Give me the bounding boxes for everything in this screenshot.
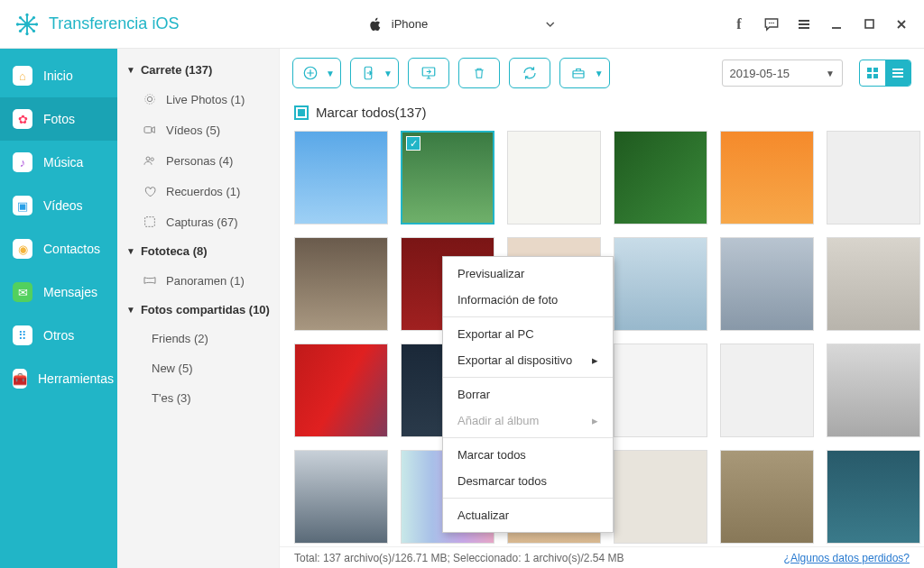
device-selector[interactable]: iPhone <box>356 14 568 35</box>
svg-rect-17 <box>865 20 873 28</box>
add-button[interactable]: ▼ <box>292 58 341 88</box>
sidebar-item-label: Mensajes <box>43 285 97 299</box>
refresh-icon <box>521 65 539 81</box>
photo-thumb[interactable] <box>507 131 601 224</box>
memories-icon <box>143 184 157 198</box>
ctx-export-pc[interactable]: Exportar al PC <box>443 321 613 347</box>
live-photos-icon <box>143 92 157 106</box>
photo-thumb[interactable] <box>827 450 920 544</box>
sidebar-item-herramientas[interactable]: 🧰 Herramientas <box>0 357 117 400</box>
tree-item-label: T'es (3) <box>152 391 191 405</box>
ctx-info[interactable]: Información de foto <box>443 287 613 313</box>
maximize-button[interactable] <box>861 16 877 32</box>
snowflake-icon <box>14 12 40 37</box>
tree-item-new[interactable]: New (5) <box>117 353 279 383</box>
photo-thumb[interactable] <box>294 237 388 331</box>
photo-thumb[interactable] <box>614 237 707 331</box>
tree-item-capturas[interactable]: Capturas (67) <box>117 206 279 237</box>
photo-thumb[interactable] <box>614 450 707 544</box>
tree-item-live-photos[interactable]: Live Photos (1) <box>117 84 279 115</box>
svg-point-18 <box>147 96 152 101</box>
svg-point-19 <box>145 95 155 105</box>
ctx-export-device[interactable]: Exportar al dispositivo▸ <box>443 347 613 373</box>
checkbox-indeterminate-icon[interactable] <box>294 105 309 120</box>
svg-point-8 <box>35 23 38 25</box>
ctx-preview[interactable]: Previsualizar <box>443 261 613 287</box>
svg-point-6 <box>25 32 28 34</box>
tree-item-videos[interactable]: Vídeos (5) <box>117 115 279 145</box>
photo-thumb[interactable] <box>827 344 920 437</box>
chevron-down-icon: ▼ <box>595 69 604 78</box>
photo-thumb[interactable] <box>720 344 814 437</box>
tree-item-label: Friends (2) <box>152 332 208 345</box>
list-view-button[interactable] <box>885 60 910 86</box>
separator <box>443 498 613 499</box>
sidebar-item-fotos[interactable]: ✿ Fotos <box>0 97 117 141</box>
sidebar-item-label: Herramientas <box>38 371 114 386</box>
menu-icon[interactable] <box>796 16 812 32</box>
svg-rect-31 <box>873 74 878 78</box>
ctx-mark-all[interactable]: Marcar todos <box>443 442 613 468</box>
feedback-icon[interactable] <box>763 16 780 32</box>
tree-item-tes[interactable]: T'es (3) <box>117 383 279 413</box>
svg-rect-23 <box>145 217 155 227</box>
tree-item-personas[interactable]: Personas (4) <box>117 145 279 176</box>
sidebar-item-videos[interactable]: ▣ Vídeos <box>0 184 117 227</box>
tree-item-panoramen[interactable]: Panoramen (1) <box>117 265 279 296</box>
others-icon: ⠿ <box>13 325 32 345</box>
tree-item-friends[interactable]: Friends (2) <box>117 324 279 353</box>
videos-icon: ▣ <box>13 196 32 215</box>
photo-thumb[interactable] <box>294 450 388 544</box>
photo-thumb[interactable] <box>827 131 920 224</box>
facebook-icon[interactable]: f <box>731 16 747 32</box>
sidebar-item-label: Otros <box>43 328 74 343</box>
tree-group-fototeca[interactable]: ▼ Fototeca (8) <box>117 237 279 265</box>
photo-thumb[interactable] <box>614 344 707 437</box>
checkbox-checked-icon[interactable]: ✓ <box>406 136 420 151</box>
sidebar-item-mensajes[interactable]: ✉ Mensajes <box>0 270 117 314</box>
photo-thumb[interactable] <box>720 450 814 544</box>
delete-button[interactable] <box>458 58 500 88</box>
tree-item-label: Capturas (67) <box>166 215 237 229</box>
sidebar-item-contactos[interactable]: ◉ Contactos <box>0 227 117 270</box>
sidebar-item-otros[interactable]: ⠿ Otros <box>0 314 117 357</box>
export-device-button[interactable]: ▼ <box>350 58 399 88</box>
photo-thumb[interactable] <box>720 237 814 331</box>
photo-thumb-selected[interactable]: ✓ <box>401 131 494 224</box>
export-pc-button[interactable] <box>408 58 449 88</box>
photo-thumb[interactable] <box>614 131 707 224</box>
chevron-down-icon: ▼ <box>326 69 335 78</box>
ctx-unmark-all[interactable]: Desmarcar todos <box>443 468 613 494</box>
photo-thumb[interactable] <box>294 131 388 224</box>
grid-view-button[interactable] <box>860 60 885 86</box>
tree-item-recuerdos[interactable]: Recuerdos (1) <box>117 176 279 206</box>
sidebar-item-musica[interactable]: ♪ Música <box>0 141 117 184</box>
photo-thumb[interactable] <box>720 131 814 224</box>
photo-thumb[interactable] <box>294 344 388 437</box>
sidebar-item-label: Música <box>43 155 83 169</box>
tree-group-carrete[interactable]: ▼ Carrete (137) <box>117 56 279 84</box>
close-button[interactable] <box>893 16 910 32</box>
minimize-button[interactable] <box>828 16 845 32</box>
apple-icon <box>368 17 383 32</box>
svg-rect-30 <box>867 74 872 78</box>
chevron-down-icon: ▼ <box>383 69 393 78</box>
ctx-delete[interactable]: Borrar <box>443 381 613 408</box>
select-all-row[interactable]: Marcar todos(137) <box>280 97 924 127</box>
sidebar-item-label: Contactos <box>43 242 100 256</box>
toolbox-button[interactable]: ▼ <box>559 58 610 88</box>
svg-rect-20 <box>144 127 152 133</box>
photo-thumb[interactable] <box>827 237 920 331</box>
ctx-refresh[interactable]: Actualizar <box>443 502 613 528</box>
tools-icon: 🧰 <box>13 369 27 389</box>
svg-point-13 <box>769 22 771 23</box>
sidebar-item-inicio[interactable]: ⌂ Inicio <box>0 54 117 97</box>
svg-rect-27 <box>573 71 584 78</box>
tree-item-label: Live Photos (1) <box>166 93 245 106</box>
date-filter[interactable]: 2019-05-15 ▼ <box>722 60 843 87</box>
refresh-button[interactable] <box>509 58 550 88</box>
tree-group-compartidas[interactable]: ▼ Fotos compartidas (10) <box>117 296 279 324</box>
caret-down-icon: ▼ <box>126 65 135 75</box>
lost-data-link[interactable]: ¿Algunos datos perdidos? <box>784 552 910 564</box>
chevron-right-icon: ▸ <box>592 414 598 427</box>
